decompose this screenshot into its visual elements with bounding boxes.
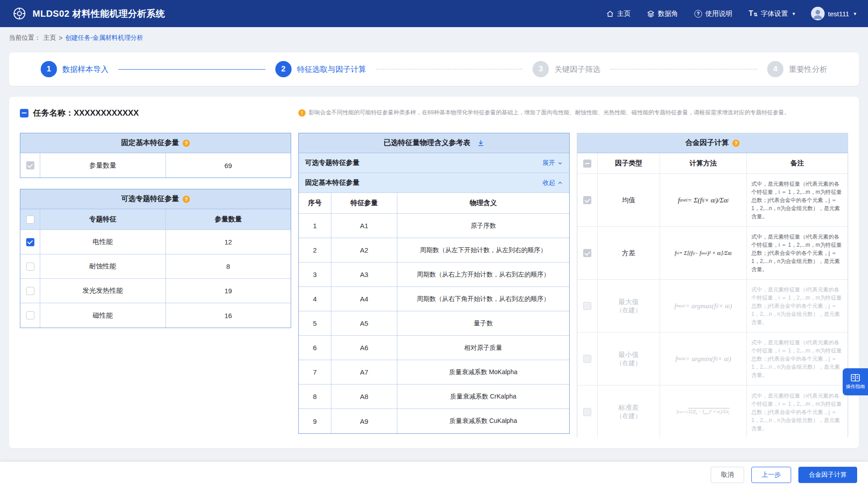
feature-cell: A2 [331,238,397,262]
alloy-factor-calc-button[interactable]: 合金因子计算 [798,467,857,483]
section-fixed-params[interactable]: 固定基本特征参量 收起 [299,173,569,193]
factor-note: 式中，是元素特征量（i代表元素的各个特征量，i ＝ 1，2,...m，m为特征量… [747,174,848,226]
breadcrumb-home[interactable]: 主页 [43,34,56,42]
factor-checkbox [583,196,591,204]
guide-button[interactable]: 操作指南 [843,368,868,395]
factor-select-all-checkbox [583,160,591,168]
middle-column: 已选特征量物理含义参考表 可选专题特征参量 展开 [298,133,570,437]
reference-row: 2A2周期数（从左下开始计数，从左到右的顺序） [299,238,569,263]
factor-table-help-icon[interactable]: ? [732,140,740,147]
factor-table-body: 均值favei = Σ(fij × αj)/Σαj式中，是元素特征量（i代表元素… [577,174,848,437]
factor-type-cell: 最大值（在建） [598,280,660,332]
reference-table-header: 序号 特征参量 物理含义 [299,193,569,214]
fixed-params-help-icon[interactable]: ? [183,140,190,147]
factor-checkbox [583,249,591,257]
main-card: 任务名称：XXXXXXXXXXXX ! 影响合金不同性能的可能特征参量种类多样，… [9,97,859,448]
seq-cell: 1 [299,214,331,238]
nav-data[interactable]: 数据角 [647,9,678,18]
seq-cell: 7 [299,360,331,384]
factor-formula: favei = Σ(fij × αj)/Σαj [660,174,747,226]
factor-type-label: 标准差 [618,404,639,412]
meaning-cell: 相对原子质量 [397,336,569,360]
feature-cell: A3 [331,263,397,286]
avatar [811,7,825,20]
meaning-cell: 周期数（从右下角开始计数，从右到左的顺序） [397,287,569,311]
step-4-circle: 4 [767,61,783,77]
topic-param-count: 8 [166,254,291,278]
factor-type-cell: 标准差（在建） [598,385,660,437]
feature-cell: A1 [331,214,397,238]
col-seq: 序号 [299,193,331,213]
nav-font-settings[interactable]: T⇅ 字体设置 ▾ [749,9,795,18]
seq-cell: 3 [299,263,331,286]
optional-param-checkbox[interactable] [26,263,34,271]
expand-label: 展开 [542,159,555,167]
meaning-cell: 周期数（从右上方开始计数，从右到左的顺序） [397,263,569,286]
col-remark: 备注 [747,153,848,174]
factor-type-label: 最大值 [618,298,639,306]
step-2[interactable]: 2 特征选取与因子计算 [275,61,366,77]
seq-cell: 5 [299,311,331,335]
step-4: 4 重要性分析 [767,61,827,77]
task-block: 任务名称：XXXXXXXXXXXX [20,108,298,118]
collapse-control[interactable]: 收起 [542,179,563,187]
optional-param-checkbox[interactable] [26,238,34,246]
col-topic-feature: 专题特征 [40,209,166,230]
factor-table: 合金因子计算 ? 因子类型 计算方法 备注 均值favei = Σ(fij × … [577,133,848,437]
topic-param-count: 12 [166,230,291,254]
optional-param-row: 电性能12 [20,230,291,254]
factor-type-sub: （在建） [616,306,642,314]
home-icon [606,10,614,18]
prev-step-button[interactable]: 上一步 [751,467,791,483]
topic-feature-label: 耐蚀性能 [40,254,166,278]
seq-cell: 2 [299,238,331,262]
breadcrumb-current[interactable]: 创建任务-金属材料机理分析 [65,34,143,42]
reference-row: 1A1原子序数 [299,214,569,238]
step-2-circle: 2 [275,61,292,77]
reference-row: 4A4周期数（从右下角开始计数，从右到左的顺序） [299,287,569,311]
step-1[interactable]: 1 数据样本导入 [41,61,108,77]
col-feature: 特征参量 [331,193,397,213]
chevron-up-icon [557,180,563,186]
user-menu[interactable]: test111 ▾ [811,7,856,20]
factor-type-cell: 方差 [598,227,660,279]
factor-row: 最大值（在建）fmaxi = argmax(fij × αj)式中，是元素特征量… [577,280,848,333]
step-3: 3 关键因子筛选 [533,61,600,77]
optional-params-title: 可选专题特征参量 ? [20,189,291,209]
nav-help[interactable]: ? 使用说明 [694,9,732,18]
reference-table-title: 已选特征量物理含义参考表 [299,133,569,153]
factor-checkbox-cell [577,280,598,332]
reference-table-title-text: 已选特征量物理含义参考表 [384,138,471,148]
app-logo-icon [12,6,27,21]
fixed-params-title-text: 固定基本特征参量 [121,138,179,148]
row-checkbox-cell [20,303,40,328]
factor-table-title-text: 合金因子计算 [685,138,729,148]
navbar-brand: MLDS02 材料性能机理分析系统 [12,6,165,21]
cancel-button[interactable]: 取消 [711,467,744,483]
step-1-label: 数据样本导入 [62,64,108,75]
step-connector [610,69,757,70]
nav-home[interactable]: 主页 [606,9,631,18]
factor-checkbox-cell [577,174,598,226]
select-all-checkbox[interactable] [26,216,34,224]
content-columns: 固定基本特征参量 ? 参量数量 69 可选专题特征参量 ? [20,133,848,437]
step-3-circle: 3 [533,61,549,77]
meaning-cell: 质量衰减系数 CrKalpha [397,385,569,408]
card-head: 任务名称：XXXXXXXXXXXX ! 影响合金不同性能的可能特征参量种类多样，… [20,108,848,126]
expand-control[interactable]: 展开 [542,159,563,167]
optional-param-row: 耐蚀性能8 [20,254,291,279]
optional-params-help-icon[interactable]: ? [183,196,190,203]
guide-label: 操作指南 [846,384,865,390]
optional-param-checkbox[interactable] [26,311,34,319]
download-icon[interactable] [477,139,485,147]
seq-cell: 9 [299,409,331,433]
step-connector [118,69,265,70]
optional-param-checkbox[interactable] [26,287,34,295]
factor-checkbox-cell [577,385,598,437]
section-optional-params[interactable]: 可选专题特征参量 展开 [299,153,569,173]
task-title: 任务名称：XXXXXXXXXXXX [33,108,139,118]
fixed-params-checkbox-cell [20,153,40,178]
meaning-cell: 量子数 [397,311,569,335]
chevron-down-icon: ▾ [854,11,856,17]
step-2-label: 特征选取与因子计算 [297,64,366,75]
